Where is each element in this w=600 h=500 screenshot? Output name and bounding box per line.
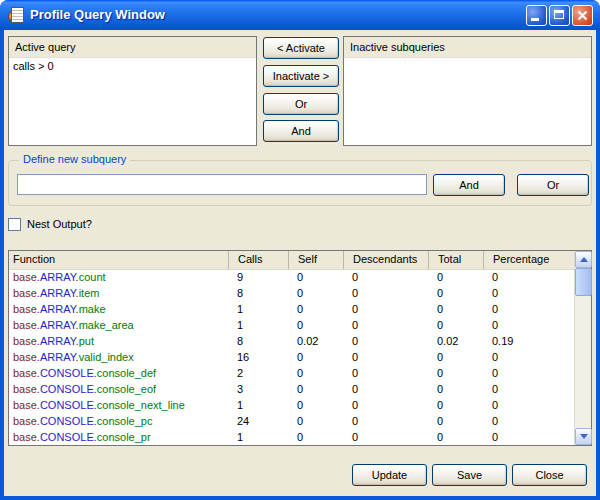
table-row[interactable]: base.CONSOLE.console_pr10000 (9, 429, 574, 445)
active-query-list[interactable]: calls > 0 (9, 58, 256, 74)
cell-calls: 2 (228, 365, 288, 381)
cell-self: 0 (288, 269, 343, 285)
cell-percentage: 0 (483, 269, 574, 285)
window-controls (526, 5, 593, 26)
class-name: CONSOLE (40, 431, 94, 443)
scrollbar-thumb[interactable] (575, 268, 592, 296)
class-name: ARRAY (40, 287, 76, 299)
cell-self: 0 (288, 429, 343, 445)
table-row[interactable]: base.ARRAY.make_area10000 (9, 317, 574, 333)
cell-calls: 1 (228, 301, 288, 317)
class-name: ARRAY (40, 319, 76, 331)
app-icon-document (11, 7, 24, 23)
table-row[interactable]: base.CONSOLE.console_eof30000 (9, 381, 574, 397)
table-row[interactable]: base.ARRAY.valid_index160000 (9, 349, 574, 365)
feature-name: console_pr (97, 431, 151, 443)
class-name: CONSOLE (40, 383, 94, 395)
close-button[interactable] (572, 5, 593, 26)
column-header-function[interactable]: Function (9, 251, 228, 269)
class-name: ARRAY (40, 335, 76, 347)
cell-function: base.ARRAY.item (9, 285, 228, 301)
or-button[interactable]: Or (517, 174, 589, 196)
cell-function: base.ARRAY.put (9, 333, 228, 349)
feature-name: valid_index (79, 351, 134, 363)
table-row[interactable]: base.CONSOLE.console_pc240000 (9, 413, 574, 429)
cell-calls: 1 (228, 317, 288, 333)
close-icon (576, 9, 589, 22)
column-header-descendants[interactable]: Descendants (343, 251, 428, 269)
cell-percentage: 0.19 (483, 333, 574, 349)
cell-percentage: 0 (483, 397, 574, 413)
cluster-name: base (13, 367, 37, 379)
feature-name: put (79, 335, 94, 347)
table-body: base.ARRAY.count90000base.ARRAY.item8000… (9, 269, 574, 445)
cell-calls: 1 (228, 429, 288, 445)
cluster-name: base (13, 271, 37, 283)
cluster-name: base (13, 351, 37, 363)
cell-total: 0 (428, 381, 483, 397)
arrow-up-icon (580, 257, 588, 262)
column-header-self[interactable]: Self (288, 251, 343, 269)
minimize-icon (531, 18, 539, 21)
titlebar[interactable]: Profile Query Window (0, 0, 600, 30)
cell-total: 0 (428, 413, 483, 429)
update-button[interactable]: Update (352, 464, 427, 486)
column-header-percentage[interactable]: Percentage (483, 251, 574, 269)
or-transfer-button[interactable]: Or (263, 93, 339, 115)
feature-name: console_pc (97, 415, 153, 427)
cluster-name: base (13, 287, 37, 299)
column-header-total[interactable]: Total (428, 251, 483, 269)
cell-total: 0 (428, 349, 483, 365)
cell-function: base.ARRAY.count (9, 269, 228, 285)
and-button[interactable]: And (433, 174, 505, 196)
class-name: CONSOLE (40, 367, 94, 379)
maximize-icon (554, 10, 564, 19)
profile-table: FunctionCallsSelfDescendantsTotalPercent… (8, 250, 592, 446)
nest-output-label: Nest Output? (27, 218, 92, 231)
vertical-scrollbar[interactable] (574, 251, 591, 445)
active-query-item[interactable]: calls > 0 (9, 58, 256, 74)
cell-total: 0 (428, 285, 483, 301)
cell-function: base.CONSOLE.console_pr (9, 429, 228, 445)
cell-percentage: 0 (483, 349, 574, 365)
maximize-button[interactable] (549, 5, 570, 26)
cell-descendants: 0 (343, 285, 428, 301)
table-row[interactable]: base.ARRAY.item80000 (9, 285, 574, 301)
feature-name: make_area (79, 319, 134, 331)
cell-calls: 9 (228, 269, 288, 285)
cell-total: 0 (428, 397, 483, 413)
table-header-row: FunctionCallsSelfDescendantsTotalPercent… (9, 251, 574, 270)
cell-total: 0 (428, 365, 483, 381)
cluster-name: base (13, 415, 37, 427)
active-query-header: Active query (9, 37, 256, 58)
table-row[interactable]: base.CONSOLE.console_next_line10000 (9, 397, 574, 413)
class-name: ARRAY (40, 303, 76, 315)
nest-output-checkbox[interactable] (8, 218, 21, 231)
save-button[interactable]: Save (432, 464, 507, 486)
table-row[interactable]: base.CONSOLE.console_def20000 (9, 365, 574, 381)
and-transfer-button[interactable]: And (263, 120, 339, 142)
scroll-down-button[interactable] (575, 428, 592, 445)
cell-descendants: 0 (343, 397, 428, 413)
cell-descendants: 0 (343, 301, 428, 317)
table-row[interactable]: base.ARRAY.make10000 (9, 301, 574, 317)
activate-button[interactable]: < Activate (263, 37, 339, 59)
cell-self: 0 (288, 365, 343, 381)
scroll-up-button[interactable] (575, 251, 592, 268)
minimize-button[interactable] (526, 5, 547, 26)
table-row[interactable]: base.ARRAY.count90000 (9, 269, 574, 285)
column-header-calls[interactable]: Calls (228, 251, 288, 269)
cell-percentage: 0 (483, 429, 574, 445)
cell-function: base.ARRAY.valid_index (9, 349, 228, 365)
cell-calls: 3 (228, 381, 288, 397)
class-name: ARRAY (40, 351, 76, 363)
close-dialog-button[interactable]: Close (512, 464, 587, 486)
cell-self: 0 (288, 397, 343, 413)
subquery-input[interactable] (17, 174, 427, 195)
inactivate-button[interactable]: Inactivate > (263, 65, 339, 87)
cell-percentage: 0 (483, 317, 574, 333)
class-name: CONSOLE (40, 415, 94, 427)
table-row[interactable]: base.ARRAY.put80.0200.020.19 (9, 333, 574, 349)
cell-calls: 8 (228, 285, 288, 301)
cell-percentage: 0 (483, 381, 574, 397)
